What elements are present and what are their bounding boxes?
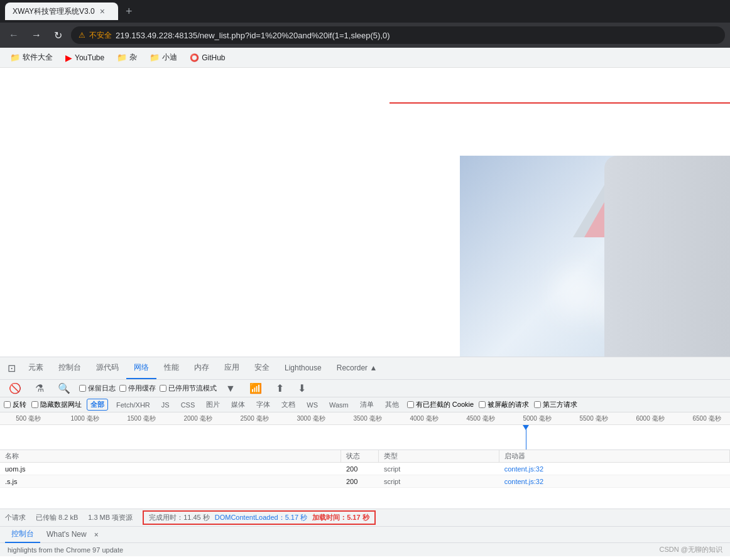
- filter-css-btn[interactable]: CSS: [178, 401, 199, 409]
- dt-tab-security[interactable]: 安全: [247, 357, 277, 379]
- tl-6000: 6000 毫秒: [622, 414, 678, 423]
- filter-manifest-btn[interactable]: 清单: [357, 399, 377, 410]
- console-tab-2[interactable]: What's New: [40, 527, 93, 542]
- console-tab-1[interactable]: 控制台: [5, 526, 40, 543]
- back-btn[interactable]: ←: [5, 27, 23, 43]
- disable-cache-checkbox[interactable]: 停用缓存: [119, 384, 156, 393]
- network-list: 名称 状态 类型 启动器 uom.js 200 script content.j…: [0, 450, 730, 509]
- network-rows: uom.js 200 script content.js:32 .s.js 20…: [0, 463, 730, 488]
- bookmark-software[interactable]: 📁 软件大全: [5, 51, 58, 64]
- network-header: 名称 状态 类型 启动器: [0, 450, 730, 463]
- timing-box: 完成用时：11.45 秒 DOMContentLoaded：5.17 秒 加载时…: [143, 510, 375, 525]
- network-filter-bar: 反转 隐藏数据网址 全部 Fetch/XHR JS CSS 图片 媒体 字体 文…: [0, 397, 730, 412]
- throttle-dropdown-icon[interactable]: ▼: [221, 380, 241, 397]
- throttle-checkbox[interactable]: 已停用节流模式: [160, 384, 217, 393]
- filter-media-btn[interactable]: 媒体: [228, 399, 248, 410]
- forward-btn[interactable]: →: [28, 27, 45, 43]
- hide-data-checkbox[interactable]: 隐藏数据网址: [31, 400, 82, 409]
- blocked-cookies-checkbox[interactable]: 有已拦截的 Cookie: [407, 400, 474, 409]
- tab-close-btn[interactable]: ×: [100, 6, 105, 16]
- tl-2500: 2500 毫秒: [226, 414, 283, 423]
- invert-checkbox[interactable]: 反转: [4, 400, 26, 409]
- bottom-text: highlights from the Chrome 97 update: [8, 546, 123, 554]
- clear-icon[interactable]: 🚫: [4, 380, 26, 397]
- timeline-track[interactable]: [0, 425, 730, 450]
- third-party-checkbox[interactable]: 第三方请求: [534, 400, 577, 409]
- folder-icon-2: 📁: [117, 53, 127, 62]
- filter-all-btn[interactable]: 全部: [87, 399, 108, 411]
- dt-tab-elements[interactable]: 元素: [21, 357, 51, 379]
- blocked-requests-checkbox[interactable]: 被屏蔽的请求: [479, 400, 529, 409]
- dt-tab-application[interactable]: 应用: [217, 357, 247, 379]
- filter-doc-btn[interactable]: 文档: [278, 399, 298, 410]
- insecure-label: 不安全: [89, 30, 112, 41]
- page-red-line: [390, 102, 730, 104]
- address-bar[interactable]: ⚠ 不安全 219.153.49.228:48135/new_list.php?…: [71, 26, 725, 44]
- reload-btn[interactable]: ↻: [50, 27, 66, 44]
- console-tab-bar: 控制台 What's New ×: [0, 526, 730, 542]
- dt-tab-network[interactable]: 网络: [126, 357, 156, 379]
- dt-tab-recorder[interactable]: Recorder ▲: [329, 358, 385, 379]
- upload-icon[interactable]: ⬆: [271, 380, 289, 397]
- bookmark-youtube-label: YouTube: [75, 53, 104, 62]
- youtube-icon: ▶: [65, 53, 72, 63]
- console-tab-2-item: What's New ×: [40, 527, 99, 542]
- timeline-area: 500 毫秒 1000 毫秒 1500 毫秒 2000 毫秒 2500 毫秒 3…: [0, 412, 730, 450]
- bookmark-misc[interactable]: 📁 杂: [112, 51, 142, 64]
- orb-1: [554, 269, 604, 319]
- devtools-tab-bar: ⊡ 元素 控制台 源代码 网络 性能 内存 应用 安全 Lighthouse R…: [0, 357, 730, 380]
- bookmark-github[interactable]: ⭕ GitHub: [185, 52, 230, 63]
- bookmark-xiaodi[interactable]: 📁 小迪: [144, 51, 182, 64]
- row2-initiator[interactable]: content.js:32: [499, 478, 730, 485]
- browser-tab-active[interactable]: XWAY科技管理系统V3.0 ×: [5, 3, 118, 20]
- table-row[interactable]: uom.js 200 script content.js:32: [0, 463, 730, 475]
- search-icon[interactable]: 🔍: [53, 380, 75, 397]
- filter-js-btn[interactable]: JS: [158, 401, 173, 409]
- status-requests: 个请求: [5, 513, 26, 522]
- dt-tab-sources[interactable]: 源代码: [89, 357, 126, 379]
- console-tab-2-close[interactable]: ×: [94, 530, 99, 539]
- preserve-log-checkbox[interactable]: 保留日志: [79, 384, 116, 393]
- nh-initiator: 启动器: [499, 450, 730, 462]
- load-time: 加载时间：5.17 秒: [312, 513, 369, 522]
- dt-tab-console[interactable]: 控制台: [51, 357, 89, 379]
- cat-illustration: [460, 156, 730, 357]
- devtools-inspect-icon[interactable]: ⊡: [3, 360, 21, 377]
- folder-icon: 📁: [10, 53, 20, 62]
- tl-4500: 4500 毫秒: [452, 414, 509, 423]
- timeline-marker: [526, 425, 526, 450]
- status-transferred: 已传输 8.2 kB: [36, 513, 78, 522]
- filter-other-btn[interactable]: 其他: [382, 399, 402, 410]
- github-icon: ⭕: [190, 53, 199, 62]
- row1-name: uom.js: [0, 465, 341, 473]
- dom-time: DOMContentLoaded：5.17 秒: [215, 513, 307, 522]
- row1-initiator[interactable]: content.js:32: [499, 465, 730, 473]
- row2-status: 200: [341, 478, 379, 485]
- filter-img-btn[interactable]: 图片: [203, 399, 223, 410]
- new-tab-btn[interactable]: +: [121, 3, 138, 21]
- dt-tab-performance[interactable]: 性能: [156, 357, 187, 379]
- tl-6500: 6500 毫秒: [678, 414, 730, 423]
- dt-tab-lighthouse[interactable]: Lighthouse: [277, 358, 329, 379]
- row1-type: script: [379, 465, 499, 473]
- filter-fetch-btn[interactable]: Fetch/XHR: [113, 401, 153, 409]
- wifi-icon[interactable]: 📶: [244, 380, 267, 397]
- filter-wasm-btn[interactable]: Wasm: [326, 401, 352, 409]
- tab-title: XWAY科技管理系统V3.0: [13, 6, 95, 17]
- tl-4000: 4000 毫秒: [396, 414, 452, 423]
- table-row[interactable]: .s.js 200 script content.js:32: [0, 475, 730, 488]
- browser-toolbar: ← → ↻ ⚠ 不安全 219.153.49.228:48135/new_lis…: [0, 23, 730, 48]
- filter-icon[interactable]: ⚗: [30, 380, 49, 397]
- filter-font-btn[interactable]: 字体: [253, 399, 273, 410]
- nh-name: 名称: [0, 450, 341, 462]
- filter-ws-btn[interactable]: WS: [303, 401, 321, 409]
- cat-body: [604, 156, 730, 357]
- folder-icon-3: 📁: [150, 53, 160, 62]
- download-icon[interactable]: ⬇: [293, 380, 311, 397]
- bookmark-youtube[interactable]: ▶ YouTube: [60, 51, 109, 64]
- tl-3000: 3000 毫秒: [283, 414, 339, 423]
- dt-tab-memory[interactable]: 内存: [187, 357, 217, 379]
- tl-5500: 5500 毫秒: [565, 414, 622, 423]
- tab-bar: XWAY科技管理系统V3.0 × +: [0, 0, 730, 23]
- tl-500: 500 毫秒: [0, 414, 57, 423]
